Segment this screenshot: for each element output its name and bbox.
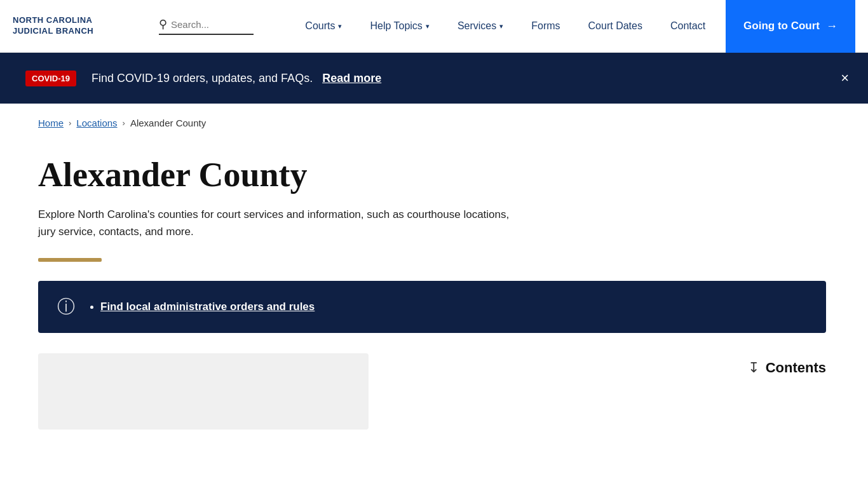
logo-text: NORTH CAROLINA — [13, 15, 146, 26]
county-map — [38, 353, 369, 430]
breadcrumb-locations-link[interactable]: Locations — [76, 118, 117, 128]
bottom-section: ↧ Contents — [38, 353, 826, 430]
info-box: ⓘ Find local administrative orders and r… — [38, 281, 826, 333]
main-nav: Courts ▾ Help Topics ▾ Services ▾ Forms … — [291, 0, 719, 53]
search-area: ⚲ — [159, 17, 254, 35]
main-content: Alexander County Explore North Carolina'… — [0, 142, 868, 455]
covid-badge: COVID-19 — [25, 71, 76, 86]
alert-read-more-link[interactable]: Read more — [322, 72, 381, 85]
nav-courts[interactable]: Courts ▾ — [291, 0, 356, 53]
breadcrumb-sep-1: › — [69, 118, 71, 128]
going-to-court-button[interactable]: Going to Court → — [726, 0, 855, 53]
nav-contact[interactable]: Contact — [656, 0, 719, 53]
admin-orders-link[interactable]: Find local administrative orders and rul… — [100, 301, 315, 313]
alert-banner: COVID-19 Find COVID-19 orders, updates, … — [0, 53, 868, 104]
contents-icon: ↧ — [748, 360, 759, 376]
breadcrumb-current: Alexander County — [130, 118, 206, 128]
breadcrumb-sep-2: › — [123, 118, 125, 128]
info-circle-icon: ⓘ — [57, 295, 75, 319]
courts-chevron-icon: ▾ — [338, 22, 342, 30]
search-icon: ⚲ — [159, 17, 167, 31]
nav-court-dates[interactable]: Court Dates — [574, 0, 656, 53]
page-description: Explore North Carolina's counties for co… — [38, 206, 521, 240]
breadcrumb-home-link[interactable]: Home — [38, 118, 64, 128]
help-topics-chevron-icon: ▾ — [426, 22, 430, 30]
nav-services[interactable]: Services ▾ — [444, 0, 517, 53]
contents-label: Contents — [766, 360, 826, 376]
breadcrumb: Home › Locations › Alexander County — [0, 104, 868, 142]
going-to-court-arrow-icon: → — [826, 20, 837, 33]
alert-close-button[interactable]: × — [841, 71, 849, 85]
nav-help-topics[interactable]: Help Topics ▾ — [356, 0, 443, 53]
page-title: Alexander County — [38, 155, 830, 194]
site-header: NORTH CAROLINA JUDICIAL BRANCH ⚲ Courts … — [0, 0, 868, 53]
logo-subtext: JUDICIAL BRANCH — [13, 26, 146, 37]
logo: NORTH CAROLINA JUDICIAL BRANCH — [13, 15, 146, 37]
services-chevron-icon: ▾ — [499, 22, 503, 30]
contents-area: ↧ Contents — [748, 360, 826, 376]
alert-message: Find COVID-19 orders, updates, and FAQs.… — [92, 72, 381, 85]
search-input[interactable] — [171, 19, 254, 30]
nav-forms[interactable]: Forms — [517, 0, 574, 53]
gold-divider — [38, 258, 102, 262]
